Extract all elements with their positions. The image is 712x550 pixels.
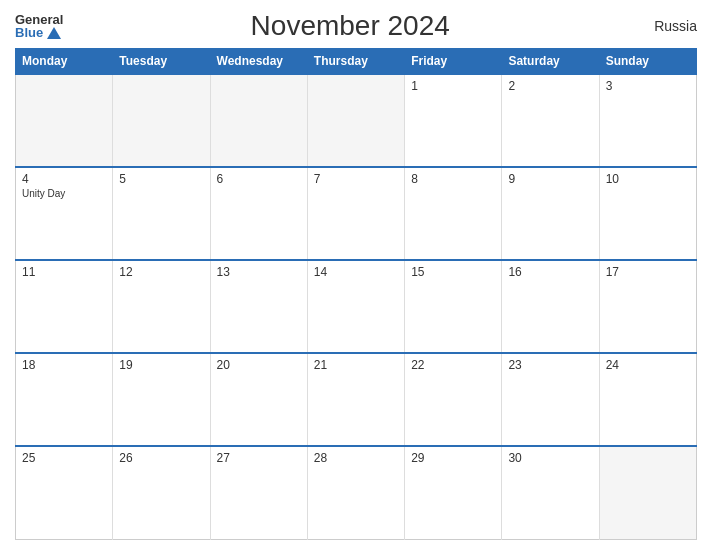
- day-number: 12: [119, 265, 203, 279]
- logo: General Blue: [15, 13, 63, 39]
- cell-w3-d2: 20: [210, 353, 307, 446]
- logo-triangle-icon: [47, 27, 61, 39]
- cell-w1-d1: 5: [113, 167, 210, 260]
- cell-w3-d0: 18: [16, 353, 113, 446]
- day-number: 23: [508, 358, 592, 372]
- day-number: 27: [217, 451, 301, 465]
- day-number: 1: [411, 79, 495, 93]
- country-label: Russia: [637, 18, 697, 34]
- cell-w4-d4: 29: [405, 446, 502, 539]
- cell-w0-d4: 1: [405, 74, 502, 167]
- cell-w1-d6: 10: [599, 167, 696, 260]
- week-row-1: 123: [16, 74, 697, 167]
- cell-w2-d5: 16: [502, 260, 599, 353]
- week-row-3: 11121314151617: [16, 260, 697, 353]
- day-number: 20: [217, 358, 301, 372]
- cell-w4-d5: 30: [502, 446, 599, 539]
- col-tuesday: Tuesday: [113, 49, 210, 75]
- day-number: 14: [314, 265, 398, 279]
- cell-w3-d5: 23: [502, 353, 599, 446]
- day-number: 17: [606, 265, 690, 279]
- cell-w3-d1: 19: [113, 353, 210, 446]
- cell-w2-d3: 14: [307, 260, 404, 353]
- cell-w0-d2: [210, 74, 307, 167]
- day-number: 24: [606, 358, 690, 372]
- cell-w4-d0: 25: [16, 446, 113, 539]
- header-row: Monday Tuesday Wednesday Thursday Friday…: [16, 49, 697, 75]
- cell-w4-d6: [599, 446, 696, 539]
- week-row-2: 4Unity Day5678910: [16, 167, 697, 260]
- cell-w1-d3: 7: [307, 167, 404, 260]
- logo-blue-text: Blue: [15, 26, 43, 39]
- cell-w1-d5: 9: [502, 167, 599, 260]
- day-number: 22: [411, 358, 495, 372]
- day-number: 7: [314, 172, 398, 186]
- cell-w0-d1: [113, 74, 210, 167]
- day-number: 19: [119, 358, 203, 372]
- day-number: 9: [508, 172, 592, 186]
- week-row-5: 252627282930: [16, 446, 697, 539]
- day-number: 11: [22, 265, 106, 279]
- cell-w4-d2: 27: [210, 446, 307, 539]
- day-number: 6: [217, 172, 301, 186]
- day-number: 25: [22, 451, 106, 465]
- cell-w1-d4: 8: [405, 167, 502, 260]
- cell-w3-d4: 22: [405, 353, 502, 446]
- cell-w1-d0: 4Unity Day: [16, 167, 113, 260]
- day-number: 18: [22, 358, 106, 372]
- calendar-table: Monday Tuesday Wednesday Thursday Friday…: [15, 48, 697, 540]
- cell-w0-d3: [307, 74, 404, 167]
- cell-w3-d3: 21: [307, 353, 404, 446]
- day-number: 30: [508, 451, 592, 465]
- cell-w0-d6: 3: [599, 74, 696, 167]
- day-number: 13: [217, 265, 301, 279]
- day-number: 8: [411, 172, 495, 186]
- col-friday: Friday: [405, 49, 502, 75]
- day-number: 2: [508, 79, 592, 93]
- cell-w0-d5: 2: [502, 74, 599, 167]
- day-number: 28: [314, 451, 398, 465]
- day-number: 3: [606, 79, 690, 93]
- cell-w4-d3: 28: [307, 446, 404, 539]
- col-saturday: Saturday: [502, 49, 599, 75]
- cell-w0-d0: [16, 74, 113, 167]
- cell-w2-d6: 17: [599, 260, 696, 353]
- logo-blue-area: Blue: [15, 26, 63, 39]
- col-thursday: Thursday: [307, 49, 404, 75]
- month-title: November 2024: [63, 10, 637, 42]
- day-number: 10: [606, 172, 690, 186]
- header: General Blue November 2024 Russia: [15, 10, 697, 42]
- day-number: 5: [119, 172, 203, 186]
- day-number: 21: [314, 358, 398, 372]
- cell-w2-d0: 11: [16, 260, 113, 353]
- day-number: 4: [22, 172, 106, 186]
- col-sunday: Sunday: [599, 49, 696, 75]
- day-number: 16: [508, 265, 592, 279]
- col-monday: Monday: [16, 49, 113, 75]
- day-number: 15: [411, 265, 495, 279]
- day-number: 26: [119, 451, 203, 465]
- cell-event: Unity Day: [22, 188, 106, 199]
- cell-w3-d6: 24: [599, 353, 696, 446]
- calendar-page: General Blue November 2024 Russia Monday…: [0, 0, 712, 550]
- cell-w2-d2: 13: [210, 260, 307, 353]
- day-number: 29: [411, 451, 495, 465]
- col-wednesday: Wednesday: [210, 49, 307, 75]
- cell-w4-d1: 26: [113, 446, 210, 539]
- week-row-4: 18192021222324: [16, 353, 697, 446]
- cell-w2-d1: 12: [113, 260, 210, 353]
- cell-w2-d4: 15: [405, 260, 502, 353]
- cell-w1-d2: 6: [210, 167, 307, 260]
